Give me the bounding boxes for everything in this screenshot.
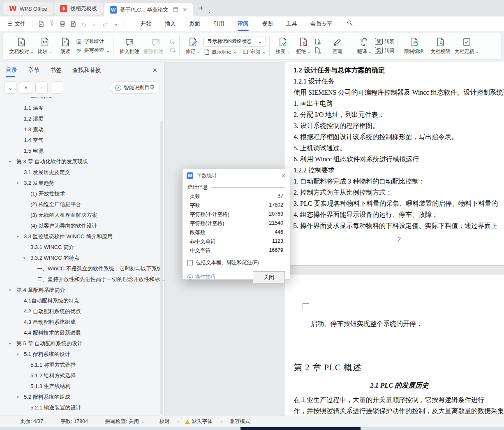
- sidebar-scrollbar[interactable]: [160, 121, 163, 415]
- delete-comment-button[interactable]: 删除批注 ⌄: [143, 37, 169, 55]
- document-page-1[interactable]: 1.2 设计任务与总体方案的确定1.2.1 设计任务使用 SIEMENS 公司的…: [285, 62, 504, 266]
- toc-item[interactable]: 1.3 震动: [0, 124, 164, 135]
- toc-item[interactable]: ▾ 第 5 章 自动配料系统的设计: [0, 338, 164, 349]
- toc-item[interactable]: 5.1.2 给料方式选择: [0, 370, 164, 381]
- read-aloud-button[interactable]: 朗读: [55, 37, 75, 55]
- toc-item[interactable]: (1) 开放性技术: [0, 188, 164, 199]
- reject-changes-button[interactable]: 拒绝 ⌄: [294, 37, 313, 55]
- menu-tab[interactable]: 插入: [158, 17, 183, 30]
- accept-changes-button[interactable]: 接受 ⌄: [273, 37, 293, 55]
- toc-item[interactable]: 二、坚持开放性和先进性高于一切的理念开放性和标 ...: [0, 274, 164, 285]
- sidebar-tab[interactable]: 查找和替换: [72, 67, 101, 77]
- toc-item[interactable]: (3) 无线的人机界面解决方案: [0, 210, 164, 221]
- doc-finalize-button[interactable]: 文档定稿 ⌄: [454, 37, 479, 55]
- dialog-close-icon[interactable]: ✕: [281, 172, 286, 179]
- toc-item[interactable]: 1.1 温度: [0, 103, 164, 114]
- word-count-button[interactable]: 12 字数统计: [76, 38, 110, 45]
- menu-tab[interactable]: 工具: [280, 17, 304, 30]
- toc-collapse-arrow-icon[interactable]: ▾: [23, 256, 25, 260]
- review-pane-button[interactable]: 审阅 ⌄: [242, 49, 266, 56]
- save-icon[interactable]: [36, 19, 46, 29]
- translate-button[interactable]: 文A 翻译 ⌄: [354, 37, 374, 55]
- toc-item[interactable]: 4.4 配料技术的最新进展: [0, 328, 164, 338]
- compare-button[interactable]: 比较 ⌄: [35, 37, 55, 55]
- toc-item[interactable]: 1.4 空气: [0, 135, 164, 146]
- status-item[interactable]: 兼容模式: [221, 418, 259, 425]
- menu-tab[interactable]: 页面: [183, 17, 207, 30]
- status-item[interactable]: 拼写检查: 关闭 ⌄: [97, 418, 151, 425]
- toc-item[interactable]: ▾ 3.3.2 WINCC 的特点: [0, 253, 164, 263]
- new-tab-button[interactable]: +: [199, 4, 203, 13]
- status-item[interactable]: 缺失字体: [178, 418, 221, 425]
- toc-collapse-arrow-icon[interactable]: ▾: [17, 395, 19, 399]
- menu-tab[interactable]: 引用: [207, 17, 231, 30]
- checkbox-icon[interactable]: [187, 260, 193, 265]
- sidebar-close-icon[interactable]: ✕: [152, 67, 157, 77]
- smart-toc-button[interactable]: 智能识别目录: [110, 81, 160, 94]
- undo-chevron-icon[interactable]: ⌄: [89, 19, 100, 29]
- toc-item[interactable]: 一、WinCC 不是孤立的软件系统，它时刻与以下系统 ...: [0, 263, 164, 274]
- doc-proof-button[interactable]: a 文档校对 ⌄: [9, 37, 34, 55]
- pen-button[interactable]: 画笔: [328, 37, 347, 55]
- toc-collapse-arrow-icon[interactable]: ▾: [9, 160, 11, 164]
- expand-all-button[interactable]: ˄: [20, 81, 32, 94]
- sidebar-tab[interactable]: 章节: [28, 67, 39, 77]
- toc-item[interactable]: 5.1.1 称重方式选择: [0, 360, 164, 370]
- spell-check-button[interactable]: ABC 拼写检查 ⌄: [76, 47, 110, 54]
- next-change-icon[interactable]: [314, 47, 321, 53]
- menu-tab[interactable]: 审阅: [231, 17, 255, 30]
- toc-item[interactable]: ▾ 5.1 配料系统的设计: [0, 349, 164, 360]
- redo-icon[interactable]: [100, 19, 111, 29]
- toc-collapse-arrow-icon[interactable]: ▾: [17, 352, 19, 356]
- toc-item[interactable]: 3.3.1 WINCC 简介: [0, 242, 164, 253]
- status-item[interactable]: 页面: 4/37: [12, 418, 52, 425]
- toc-item[interactable]: 3.1 发展历史及定义: [0, 167, 164, 178]
- previous-change-icon[interactable]: [314, 38, 321, 45]
- toc-item[interactable]: 1.2 湿度: [0, 114, 164, 124]
- toc-collapse-arrow-icon[interactable]: ▾: [17, 181, 19, 185]
- toc-item[interactable]: ▾ 第 4 章配料系统简介: [0, 285, 164, 295]
- tab-list-chevron-icon[interactable]: ⌄: [208, 9, 211, 14]
- tab-close-icon[interactable]: ✕: [183, 7, 187, 13]
- toolbar-more-chevron-icon[interactable]: ⌄: [111, 19, 121, 29]
- toc-item[interactable]: 4.1自动配料系统的特点: [0, 295, 164, 306]
- export-pdf-icon[interactable]: [46, 19, 57, 29]
- toc-item[interactable]: 5.1.3 生产线结构: [0, 381, 164, 392]
- toc-item[interactable]: ▾ 第 3 章 自动化软件的发展现状: [0, 156, 164, 167]
- collapse-all-button[interactable]: ⌄: [4, 81, 16, 94]
- dialog-close-button[interactable]: 关闭: [253, 271, 285, 283]
- menu-tab[interactable]: 会员专享: [304, 17, 339, 30]
- toc-collapse-arrow-icon[interactable]: ▾: [9, 342, 11, 346]
- show-markup-button[interactable]: 显示标记 ⌄: [203, 49, 237, 56]
- zoom-out-button[interactable]: −: [51, 81, 63, 94]
- toc-item[interactable]: ▾ 3.3 监控组态软件 WINCC 简介和应用: [0, 231, 164, 242]
- dialog-title-bar[interactable]: W 字数统计 ✕: [183, 169, 290, 182]
- toc-item[interactable]: 5.2.1 输送装置的设计: [0, 402, 164, 413]
- toc-item[interactable]: 工作环境: [0, 97, 164, 103]
- status-item[interactable]: 校对: [151, 418, 178, 425]
- undo-icon[interactable]: [79, 19, 89, 29]
- restrict-editing-button[interactable]: 限制编辑: [401, 37, 427, 55]
- tab-comment-icon[interactable]: 🗔: [173, 7, 178, 13]
- track-changes-button[interactable]: 修订 ⌄: [183, 37, 203, 55]
- markup-state-select[interactable]: 显示标记的最终状态⌄: [203, 37, 266, 46]
- toc-item[interactable]: ▾ 3.2 发展趋势: [0, 178, 164, 188]
- simplified-to-traditional-button[interactable]: 简 转繁: [375, 38, 394, 45]
- menu-tab[interactable]: 开始: [134, 17, 158, 30]
- toc-item[interactable]: (4) 以客户为导向的软件设计: [0, 221, 164, 231]
- toc-collapse-arrow-icon[interactable]: ▾: [9, 288, 11, 292]
- tab-document-active[interactable]: W 基于PLC... 毕业论文 🗔 ✕: [104, 3, 193, 16]
- print-icon[interactable]: [57, 19, 68, 29]
- status-item[interactable]: 字数: 17804: [52, 418, 97, 425]
- search-icon[interactable]: [347, 20, 353, 28]
- document-page-2[interactable]: 启动、停车按钮实现整个系统的开停； 第 2 章 PLC 概述 2.1 PLC 的…: [285, 275, 504, 416]
- toc-collapse-arrow-icon[interactable]: ▾: [17, 235, 19, 239]
- previous-comment-icon[interactable]: [169, 38, 176, 45]
- next-comment-icon[interactable]: [169, 47, 176, 53]
- sidebar-tab[interactable]: 目录: [6, 67, 17, 77]
- print-preview-icon[interactable]: [68, 19, 79, 29]
- sidebar-tab[interactable]: 书签: [50, 67, 62, 77]
- include-footnotes-checkbox-row[interactable]: 包括文本框、脚注和尾注(F): [183, 255, 290, 266]
- doc-permission-button[interactable]: 文档权限: [428, 37, 453, 55]
- tips-link[interactable]: ▶ 操作技巧: [187, 274, 215, 281]
